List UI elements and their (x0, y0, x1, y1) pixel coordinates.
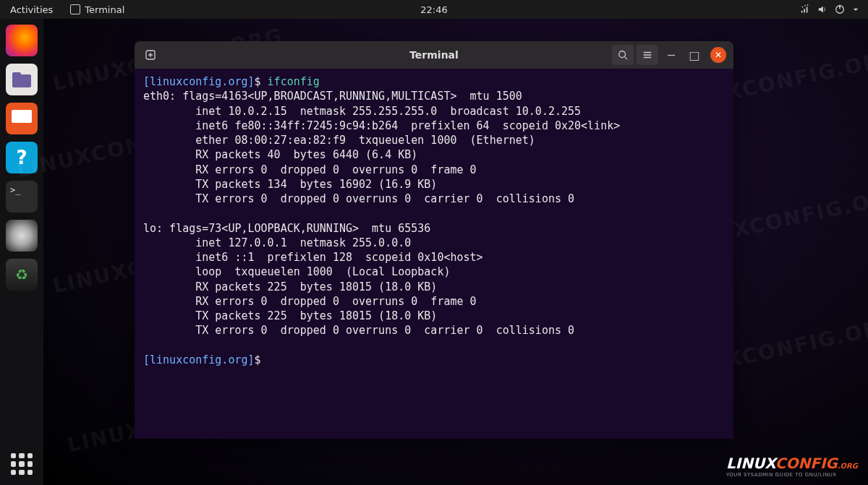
clock[interactable]: 22:46 (420, 4, 447, 15)
terminal-launcher[interactable] (6, 181, 38, 213)
svg-point-1 (804, 5, 806, 7)
search-button[interactable] (612, 45, 634, 65)
active-app-indicator[interactable]: Terminal (63, 4, 132, 15)
terminal-output: [linuxconfig.org]$ ifconfig eth0: flags=… (143, 74, 725, 367)
svg-point-0 (802, 7, 804, 8)
chevron-down-icon (852, 4, 859, 14)
new-tab-button[interactable] (140, 45, 161, 65)
maximize-button[interactable]: □ (684, 45, 705, 65)
search-icon (618, 50, 628, 60)
volume-icon (817, 4, 827, 14)
firefox-launcher[interactable] (6, 25, 38, 56)
disk-launcher[interactable] (6, 220, 38, 252)
svg-point-8 (619, 51, 626, 58)
terminal-titlebar[interactable]: Terminal ─ □ ✕ (135, 41, 733, 69)
software-launcher[interactable] (6, 103, 38, 134)
dock: ? (0, 19, 43, 485)
new-tab-icon (145, 49, 156, 61)
system-tray[interactable] (800, 4, 859, 14)
show-apps-button[interactable] (11, 453, 33, 475)
close-button[interactable]: ✕ (710, 47, 726, 63)
trash-launcher[interactable] (6, 259, 38, 291)
top-bar: Activities Terminal 22:46 (0, 0, 868, 19)
svg-point-2 (807, 4, 809, 6)
network-icon (800, 4, 810, 14)
minimize-button[interactable]: ─ (661, 45, 681, 65)
files-launcher[interactable] (6, 64, 38, 95)
terminal-window: Terminal ─ □ ✕ [linuxconfig.org]$ ifconf… (135, 41, 733, 439)
svg-rect-4 (839, 5, 841, 9)
menu-button[interactable] (637, 45, 658, 65)
activities-button[interactable]: Activities (0, 4, 63, 15)
terminal-icon (70, 4, 80, 14)
window-title: Terminal (409, 49, 459, 61)
brand-logo: LINUXCONFIG.ORG YOUR SYSADMIN GUIDE TO G… (726, 455, 858, 478)
terminal-body[interactable]: [linuxconfig.org]$ ifconfig eth0: flags=… (135, 69, 733, 439)
active-app-label: Terminal (85, 4, 124, 15)
power-icon (835, 4, 845, 14)
help-launcher[interactable]: ? (6, 142, 38, 173)
hamburger-icon (642, 50, 652, 60)
svg-rect-6 (12, 72, 21, 77)
folder-icon (11, 70, 33, 89)
